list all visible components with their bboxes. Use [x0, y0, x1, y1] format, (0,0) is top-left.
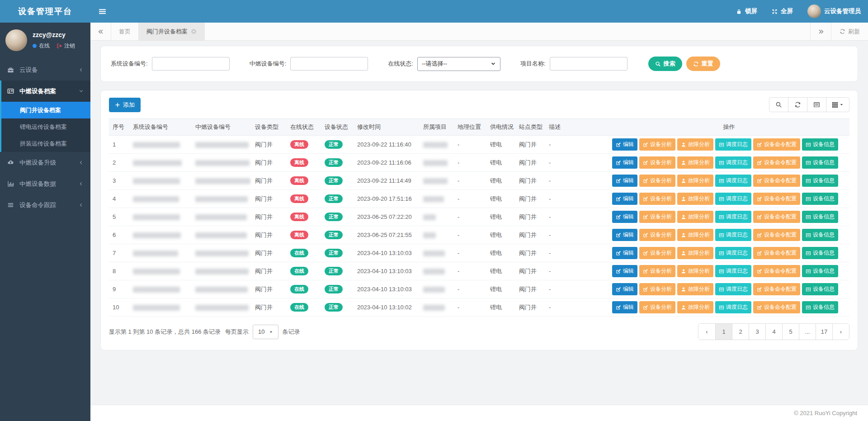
- page-button-3[interactable]: 3: [749, 324, 765, 340]
- sidebar-subitem-1-2[interactable]: 拼装远传设备档案: [0, 135, 90, 152]
- sidebar-toggle-button[interactable]: [90, 0, 114, 23]
- logout-button[interactable]: 注销: [57, 42, 75, 50]
- row-action-edit-button[interactable]: 编辑: [612, 138, 637, 151]
- row-action-dispatch-log-button[interactable]: 调度日志: [715, 138, 751, 151]
- page-button-4[interactable]: 4: [765, 324, 782, 340]
- row-action-edit-button[interactable]: 编辑: [612, 247, 637, 259]
- row-action-fault-analysis-button[interactable]: 故障分析: [677, 283, 713, 295]
- search-button[interactable]: 搜索: [648, 57, 682, 71]
- reset-button[interactable]: 重置: [686, 57, 720, 71]
- next-page-button[interactable]: ›: [832, 324, 849, 340]
- row-action-fault-analysis-button[interactable]: 故障分析: [677, 247, 713, 259]
- row-action-device-info-button[interactable]: 设备信息: [802, 265, 838, 277]
- zr-device-no-input[interactable]: [290, 57, 368, 71]
- row-action-device-info-button[interactable]: 设备信息: [802, 211, 838, 223]
- add-button[interactable]: 添加: [109, 98, 141, 112]
- row-action-device-analysis-button[interactable]: 设备分析: [639, 283, 675, 295]
- row-action-device-analysis-button[interactable]: 设备分析: [639, 247, 675, 259]
- row-action-fault-analysis-button[interactable]: 故障分析: [677, 211, 713, 223]
- page-button-5[interactable]: 5: [782, 324, 799, 340]
- row-action-device-command-config-button[interactable]: 设备命令配置: [753, 211, 800, 223]
- tabs-scroll-right-button[interactable]: [810, 23, 831, 40]
- table-detail-view-button[interactable]: [807, 97, 826, 112]
- row-action-edit-button[interactable]: 编辑: [612, 301, 637, 313]
- row-action-device-command-config-button[interactable]: 设备命令配置: [753, 247, 800, 259]
- lock-screen-button[interactable]: 锁屏: [729, 0, 764, 23]
- row-action-device-analysis-button[interactable]: 设备分析: [639, 193, 675, 205]
- table-columns-button[interactable]: [826, 97, 849, 112]
- sidebar-item-4[interactable]: 设备命令跟踪: [0, 194, 90, 216]
- row-action-dispatch-log-button[interactable]: 调度日志: [715, 283, 751, 295]
- row-action-edit-button[interactable]: 编辑: [612, 283, 637, 295]
- row-action-edit-button[interactable]: 编辑: [612, 193, 637, 205]
- tab-refresh-button[interactable]: 刷新: [831, 23, 868, 40]
- prev-page-button[interactable]: ‹: [698, 324, 715, 340]
- row-action-device-info-button[interactable]: 设备信息: [802, 301, 838, 313]
- row-action-fault-analysis-button[interactable]: 故障分析: [677, 265, 713, 277]
- row-action-device-analysis-button[interactable]: 设备分析: [639, 265, 675, 277]
- page-button-1[interactable]: 1: [715, 324, 732, 340]
- row-action-device-command-config-button[interactable]: 设备命令配置: [753, 175, 800, 187]
- row-action-device-info-button[interactable]: 设备信息: [802, 283, 838, 295]
- sidebar-item-0[interactable]: 云设备: [0, 59, 90, 80]
- row-action-fault-analysis-button[interactable]: 故障分析: [677, 301, 713, 313]
- row-action-fault-analysis-button[interactable]: 故障分析: [677, 229, 713, 241]
- online-status-select[interactable]: --请选择--: [417, 57, 500, 71]
- row-action-device-analysis-button[interactable]: 设备分析: [639, 175, 675, 187]
- row-action-device-info-button[interactable]: 设备信息: [802, 138, 838, 151]
- row-action-device-command-config-button[interactable]: 设备命令配置: [753, 193, 800, 205]
- row-action-device-info-button[interactable]: 设备信息: [802, 229, 838, 241]
- row-action-device-command-config-button[interactable]: 设备命令配置: [753, 229, 800, 241]
- row-action-device-command-config-button[interactable]: 设备命令配置: [753, 283, 800, 295]
- row-action-dispatch-log-button[interactable]: 调度日志: [715, 175, 751, 187]
- row-action-device-analysis-button[interactable]: 设备分析: [639, 156, 675, 169]
- row-action-device-command-config-button[interactable]: 设备命令配置: [753, 265, 800, 277]
- system-device-no-input[interactable]: [152, 57, 230, 71]
- sidebar-item-1[interactable]: 中燃设备档案: [0, 80, 90, 102]
- row-action-fault-analysis-button[interactable]: 故障分析: [677, 138, 713, 151]
- row-action-edit-button[interactable]: 编辑: [612, 156, 637, 169]
- sidebar-item-2[interactable]: 中燃设备升级: [0, 152, 90, 173]
- row-action-device-command-config-button[interactable]: 设备命令配置: [753, 156, 800, 169]
- project-name-input[interactable]: [550, 57, 627, 71]
- row-action-dispatch-log-button[interactable]: 调度日志: [715, 247, 751, 259]
- row-action-dispatch-log-button[interactable]: 调度日志: [715, 211, 751, 223]
- row-action-edit-button[interactable]: 编辑: [612, 175, 637, 187]
- tab-close-icon[interactable]: [191, 28, 197, 34]
- row-action-fault-analysis-button[interactable]: 故障分析: [677, 175, 713, 187]
- row-action-device-analysis-button[interactable]: 设备分析: [639, 211, 675, 223]
- row-action-dispatch-log-button[interactable]: 调度日志: [715, 265, 751, 277]
- row-action-device-info-button[interactable]: 设备信息: [802, 156, 838, 169]
- sidebar-item-3[interactable]: 中燃设备数据: [0, 173, 90, 194]
- row-action-edit-button[interactable]: 编辑: [612, 229, 637, 241]
- row-action-dispatch-log-button[interactable]: 调度日志: [715, 193, 751, 205]
- sidebar-subitem-1-1[interactable]: 锂电远传设备档案: [0, 118, 90, 135]
- user-menu-button[interactable]: 云设备管理员: [800, 0, 868, 23]
- page-size-dropdown[interactable]: 10: [253, 325, 278, 339]
- row-action-fault-analysis-button[interactable]: 故障分析: [677, 193, 713, 205]
- row-action-device-command-config-button[interactable]: 设备命令配置: [753, 138, 800, 151]
- row-action-device-info-button[interactable]: 设备信息: [802, 175, 838, 187]
- fullscreen-button[interactable]: 全屏: [764, 0, 800, 23]
- row-action-dispatch-log-button[interactable]: 调度日志: [715, 229, 751, 241]
- row-action-dispatch-log-button[interactable]: 调度日志: [715, 156, 751, 169]
- row-action-device-analysis-button[interactable]: 设备分析: [639, 229, 675, 241]
- row-action-edit-button[interactable]: 编辑: [612, 265, 637, 277]
- table-refresh-button[interactable]: [788, 97, 807, 112]
- tab-valve-well-archive[interactable]: 阀门井设备档案: [139, 23, 205, 40]
- row-action-device-info-button[interactable]: 设备信息: [802, 193, 838, 205]
- tab-home[interactable]: 首页: [111, 23, 139, 40]
- edit-icon: [643, 305, 648, 310]
- row-action-device-analysis-button[interactable]: 设备分析: [639, 138, 675, 151]
- page-button-17[interactable]: 17: [816, 324, 832, 340]
- page-button-2[interactable]: 2: [732, 324, 749, 340]
- row-action-fault-analysis-button[interactable]: 故障分析: [677, 156, 713, 169]
- row-action-dispatch-log-button[interactable]: 调度日志: [715, 301, 751, 313]
- tabs-scroll-left-button[interactable]: [90, 23, 111, 40]
- row-action-edit-button[interactable]: 编辑: [612, 211, 637, 223]
- row-action-device-analysis-button[interactable]: 设备分析: [639, 301, 675, 313]
- table-search-button[interactable]: [769, 97, 788, 112]
- row-action-device-command-config-button[interactable]: 设备命令配置: [753, 301, 800, 313]
- row-action-device-info-button[interactable]: 设备信息: [802, 247, 838, 259]
- sidebar-subitem-1-0[interactable]: 阀门井设备档案: [0, 102, 90, 118]
